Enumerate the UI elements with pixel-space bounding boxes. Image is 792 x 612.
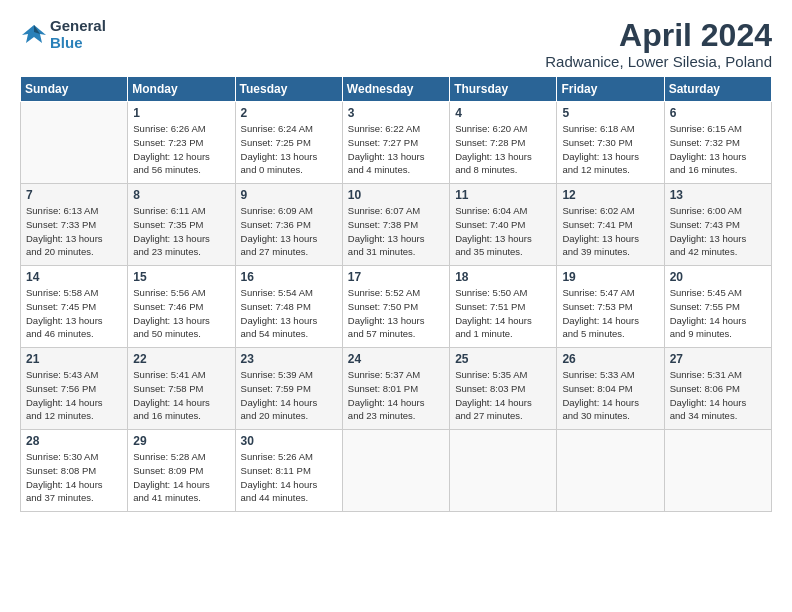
calendar-cell: 4Sunrise: 6:20 AM Sunset: 7:28 PM Daylig… [450,102,557,184]
day-info: Sunrise: 5:31 AM Sunset: 8:06 PM Dayligh… [670,368,766,423]
calendar-cell: 10Sunrise: 6:07 AM Sunset: 7:38 PM Dayli… [342,184,449,266]
day-number: 30 [241,434,337,448]
calendar-cell: 8Sunrise: 6:11 AM Sunset: 7:35 PM Daylig… [128,184,235,266]
calendar-week-3: 21Sunrise: 5:43 AM Sunset: 7:56 PM Dayli… [21,348,772,430]
calendar-subtitle: Radwanice, Lower Silesia, Poland [545,53,772,70]
day-number: 11 [455,188,551,202]
calendar-cell: 6Sunrise: 6:15 AM Sunset: 7:32 PM Daylig… [664,102,771,184]
calendar-cell: 3Sunrise: 6:22 AM Sunset: 7:27 PM Daylig… [342,102,449,184]
calendar-cell: 5Sunrise: 6:18 AM Sunset: 7:30 PM Daylig… [557,102,664,184]
day-info: Sunrise: 6:18 AM Sunset: 7:30 PM Dayligh… [562,122,658,177]
day-number: 18 [455,270,551,284]
calendar-cell: 12Sunrise: 6:02 AM Sunset: 7:41 PM Dayli… [557,184,664,266]
day-number: 24 [348,352,444,366]
day-info: Sunrise: 5:52 AM Sunset: 7:50 PM Dayligh… [348,286,444,341]
day-number: 28 [26,434,122,448]
day-info: Sunrise: 6:26 AM Sunset: 7:23 PM Dayligh… [133,122,229,177]
calendar-cell: 22Sunrise: 5:41 AM Sunset: 7:58 PM Dayli… [128,348,235,430]
header-row: Sunday Monday Tuesday Wednesday Thursday… [21,77,772,102]
day-info: Sunrise: 5:45 AM Sunset: 7:55 PM Dayligh… [670,286,766,341]
day-number: 1 [133,106,229,120]
day-number: 26 [562,352,658,366]
col-monday: Monday [128,77,235,102]
day-number: 9 [241,188,337,202]
day-number: 3 [348,106,444,120]
day-number: 27 [670,352,766,366]
calendar-cell: 16Sunrise: 5:54 AM Sunset: 7:48 PM Dayli… [235,266,342,348]
day-info: Sunrise: 5:47 AM Sunset: 7:53 PM Dayligh… [562,286,658,341]
logo-icon [20,21,48,49]
logo-blue: Blue [50,35,106,52]
day-info: Sunrise: 5:30 AM Sunset: 8:08 PM Dayligh… [26,450,122,505]
day-info: Sunrise: 6:11 AM Sunset: 7:35 PM Dayligh… [133,204,229,259]
day-info: Sunrise: 5:58 AM Sunset: 7:45 PM Dayligh… [26,286,122,341]
day-number: 17 [348,270,444,284]
day-info: Sunrise: 5:35 AM Sunset: 8:03 PM Dayligh… [455,368,551,423]
calendar-cell: 19Sunrise: 5:47 AM Sunset: 7:53 PM Dayli… [557,266,664,348]
calendar-cell: 15Sunrise: 5:56 AM Sunset: 7:46 PM Dayli… [128,266,235,348]
day-info: Sunrise: 6:13 AM Sunset: 7:33 PM Dayligh… [26,204,122,259]
calendar-cell [664,430,771,512]
day-number: 8 [133,188,229,202]
day-number: 23 [241,352,337,366]
calendar-cell: 11Sunrise: 6:04 AM Sunset: 7:40 PM Dayli… [450,184,557,266]
col-tuesday: Tuesday [235,77,342,102]
page: General Blue April 2024 Radwanice, Lower… [0,0,792,522]
day-info: Sunrise: 5:43 AM Sunset: 7:56 PM Dayligh… [26,368,122,423]
day-number: 15 [133,270,229,284]
day-number: 20 [670,270,766,284]
day-info: Sunrise: 6:07 AM Sunset: 7:38 PM Dayligh… [348,204,444,259]
day-info: Sunrise: 5:54 AM Sunset: 7:48 PM Dayligh… [241,286,337,341]
day-number: 14 [26,270,122,284]
day-number: 7 [26,188,122,202]
calendar-cell: 9Sunrise: 6:09 AM Sunset: 7:36 PM Daylig… [235,184,342,266]
day-number: 22 [133,352,229,366]
day-number: 12 [562,188,658,202]
calendar-cell: 1Sunrise: 6:26 AM Sunset: 7:23 PM Daylig… [128,102,235,184]
col-friday: Friday [557,77,664,102]
col-thursday: Thursday [450,77,557,102]
calendar-cell: 17Sunrise: 5:52 AM Sunset: 7:50 PM Dayli… [342,266,449,348]
day-info: Sunrise: 5:37 AM Sunset: 8:01 PM Dayligh… [348,368,444,423]
day-number: 21 [26,352,122,366]
calendar-week-1: 7Sunrise: 6:13 AM Sunset: 7:33 PM Daylig… [21,184,772,266]
day-info: Sunrise: 6:24 AM Sunset: 7:25 PM Dayligh… [241,122,337,177]
day-info: Sunrise: 6:22 AM Sunset: 7:27 PM Dayligh… [348,122,444,177]
day-info: Sunrise: 6:15 AM Sunset: 7:32 PM Dayligh… [670,122,766,177]
day-number: 10 [348,188,444,202]
header: General Blue April 2024 Radwanice, Lower… [20,18,772,70]
logo: General Blue [20,18,106,51]
day-number: 25 [455,352,551,366]
col-saturday: Saturday [664,77,771,102]
day-info: Sunrise: 6:04 AM Sunset: 7:40 PM Dayligh… [455,204,551,259]
calendar-cell: 18Sunrise: 5:50 AM Sunset: 7:51 PM Dayli… [450,266,557,348]
day-info: Sunrise: 5:28 AM Sunset: 8:09 PM Dayligh… [133,450,229,505]
calendar-week-2: 14Sunrise: 5:58 AM Sunset: 7:45 PM Dayli… [21,266,772,348]
day-info: Sunrise: 6:20 AM Sunset: 7:28 PM Dayligh… [455,122,551,177]
calendar-cell: 27Sunrise: 5:31 AM Sunset: 8:06 PM Dayli… [664,348,771,430]
day-number: 6 [670,106,766,120]
day-info: Sunrise: 6:09 AM Sunset: 7:36 PM Dayligh… [241,204,337,259]
calendar-table: Sunday Monday Tuesday Wednesday Thursday… [20,76,772,512]
col-wednesday: Wednesday [342,77,449,102]
day-number: 16 [241,270,337,284]
logo-general: General [50,18,106,35]
calendar-week-0: 1Sunrise: 6:26 AM Sunset: 7:23 PM Daylig… [21,102,772,184]
calendar-cell: 30Sunrise: 5:26 AM Sunset: 8:11 PM Dayli… [235,430,342,512]
day-info: Sunrise: 5:33 AM Sunset: 8:04 PM Dayligh… [562,368,658,423]
day-number: 2 [241,106,337,120]
day-number: 29 [133,434,229,448]
calendar-title: April 2024 [545,18,772,53]
day-info: Sunrise: 5:56 AM Sunset: 7:46 PM Dayligh… [133,286,229,341]
day-number: 4 [455,106,551,120]
day-number: 19 [562,270,658,284]
calendar-cell: 28Sunrise: 5:30 AM Sunset: 8:08 PM Dayli… [21,430,128,512]
day-info: Sunrise: 5:41 AM Sunset: 7:58 PM Dayligh… [133,368,229,423]
calendar-cell [557,430,664,512]
calendar-cell: 25Sunrise: 5:35 AM Sunset: 8:03 PM Dayli… [450,348,557,430]
day-number: 5 [562,106,658,120]
calendar-cell [342,430,449,512]
calendar-cell: 2Sunrise: 6:24 AM Sunset: 7:25 PM Daylig… [235,102,342,184]
calendar-cell: 29Sunrise: 5:28 AM Sunset: 8:09 PM Dayli… [128,430,235,512]
calendar-cell: 26Sunrise: 5:33 AM Sunset: 8:04 PM Dayli… [557,348,664,430]
